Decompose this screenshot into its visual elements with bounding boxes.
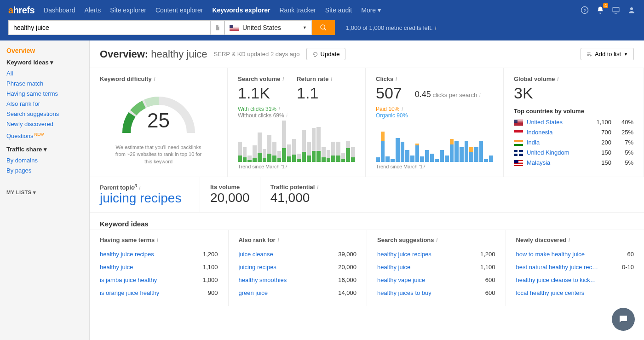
idea-keyword[interactable]: local healthy juice centers [516, 287, 585, 300]
kd-label: Keyword difficulty i [100, 75, 217, 82]
idea-keyword[interactable]: juicing recipes [239, 261, 276, 274]
nav-item[interactable]: Dashboard [44, 6, 75, 14]
idea-keyword[interactable]: healthy smoothies [239, 274, 287, 287]
return-value: 1.1 [297, 84, 332, 102]
sidebar-ideas-title[interactable]: Keyword ideas ▾ [6, 59, 89, 66]
country-name[interactable]: Malaysia [527, 158, 585, 168]
add-to-list-button[interactable]: Add to list ▼ [581, 48, 634, 60]
sidebar-overview[interactable]: Overview [6, 47, 89, 54]
nav-item[interactable]: Alerts [85, 6, 101, 14]
updated-text: SERP & KD updated 2 days ago [214, 51, 300, 58]
country-name[interactable]: India [527, 138, 585, 148]
its-volume-value: 20,000 [210, 190, 250, 205]
sidebar-item[interactable]: Phrase match [6, 79, 89, 89]
parent-topic-row: Parent topicβ i juicing recipes Its volu… [90, 177, 644, 213]
svg-point-4 [321, 25, 325, 29]
idea-keyword[interactable]: healthy juice recipes [100, 248, 154, 261]
nav-item[interactable]: Rank tracker [280, 6, 316, 14]
traffic-potential-value: 41,000 [270, 190, 318, 205]
idea-keyword[interactable]: is jamba juice healthy [100, 274, 157, 287]
return-label: Return rate i [297, 75, 332, 82]
country-name[interactable]: Indonesia [527, 127, 585, 138]
sidebar-item[interactable]: QuestionsNEW [6, 129, 89, 141]
parent-topic-value[interactable]: juicing recipes [100, 191, 190, 206]
idea-volume: 1,200 [203, 248, 218, 261]
sidebar: Overview Keyword ideas ▾ AllPhrase match… [0, 40, 90, 340]
idea-row: healthy juice cleanse to kick… [516, 274, 634, 287]
help-icon[interactable]: ? [581, 6, 589, 14]
its-volume-label: Its volume [210, 184, 250, 190]
chat-icon[interactable] [612, 308, 635, 331]
idea-keyword[interactable]: healthy juice [100, 261, 133, 274]
idea-volume: 39,000 [338, 248, 356, 261]
idea-keyword[interactable]: healthy juice recipes [377, 248, 431, 261]
idea-keyword[interactable]: healthy vape juice [377, 274, 425, 287]
sidebar-item[interactable]: By domains [6, 156, 89, 166]
nav-item[interactable]: Keywords explorer [212, 6, 270, 14]
sidebar-item[interactable]: Search suggestions [6, 109, 89, 119]
nav-item[interactable]: Site explorer [110, 6, 146, 14]
idea-keyword[interactable]: how to make healthy juice [516, 248, 585, 261]
nav-items: DashboardAlertsSite explorerContent expl… [44, 6, 381, 14]
idea-row: healthy smoothies16,000 [239, 274, 357, 287]
sidebar-traffic-title[interactable]: Traffic share ▾ [6, 146, 89, 153]
country-select[interactable]: United States ▼ [224, 20, 312, 35]
keyword-difficulty-card: Keyword difficulty i 25 We estimate that… [90, 68, 228, 177]
main-content: Overview: healthy juice SERP & KD update… [90, 40, 644, 340]
flag-us-icon [230, 25, 239, 31]
idea-row: healthy juices to buy600 [377, 287, 495, 300]
idea-volume: 1,100 [203, 261, 218, 274]
user-icon[interactable] [627, 6, 636, 14]
idea-column: Also rank for ijuice cleanse39,000juicin… [229, 230, 368, 306]
file-icon[interactable] [211, 20, 224, 35]
idea-column-head: Also rank for i [239, 236, 357, 243]
clicks-trend-chart [376, 125, 493, 162]
idea-keyword[interactable]: is orange juice healthy [100, 287, 159, 300]
idea-keyword[interactable]: green juice [239, 287, 268, 300]
idea-keyword[interactable]: healthy juices to buy [377, 287, 431, 300]
search-row: United States ▼ 1,000 of 1,000 metric cr… [0, 20, 644, 40]
flag-icon [514, 130, 523, 136]
sidebar-item[interactable]: Also rank for [6, 99, 89, 109]
keyword-input[interactable] [8, 20, 211, 35]
nav-item[interactable]: Content explorer [155, 6, 203, 14]
clicks-value: 507 [376, 84, 402, 102]
sidebar-item[interactable]: Having same terms [6, 89, 89, 99]
sidebar-item[interactable]: All [6, 69, 89, 79]
nav-item[interactable]: More ▾ [361, 6, 381, 14]
idea-keyword[interactable]: juice cleanse [239, 248, 273, 261]
sidebar-item[interactable]: Newly discovered [6, 119, 89, 129]
idea-keyword[interactable]: healthy juice [377, 261, 410, 274]
idea-keyword[interactable]: best natural healthy juice rec… [516, 261, 598, 274]
logo[interactable]: ahrefs [8, 5, 34, 16]
sidebar-item[interactable]: By pages [6, 166, 89, 176]
traffic-potential-label: Traffic potential i [270, 184, 318, 190]
volume-label: Search volume i [238, 75, 284, 82]
idea-volume: 1,100 [480, 261, 495, 274]
idea-volume: 60 [627, 248, 634, 261]
volume-card: Search volume i 1.1K Return rate i 1.1 W… [228, 68, 366, 177]
idea-row: local healthy juice centers [516, 287, 634, 300]
sidebar-my-lists[interactable]: MY LISTS ▾ [6, 190, 89, 196]
country-volume: 700 [588, 127, 611, 138]
country-row: United States1,10040% [514, 117, 633, 127]
country-name[interactable]: United Kingdom [527, 148, 585, 158]
search-button[interactable] [312, 20, 335, 35]
idea-row: how to make healthy juice60 [516, 248, 634, 261]
idea-volume: 1,200 [480, 248, 495, 261]
global-value: 3K [514, 84, 633, 102]
idea-volume: 20,000 [338, 261, 356, 274]
idea-column: Newly discovered ihow to make healthy ju… [506, 230, 644, 306]
flag-icon [514, 150, 523, 156]
update-button[interactable]: Update [306, 48, 346, 60]
screen-icon[interactable] [612, 6, 620, 14]
nav-item[interactable]: Site audit [325, 6, 352, 14]
cps-value: 0.45 [415, 90, 431, 99]
global-volume-card: Global volume i 3K Top countries by volu… [504, 68, 644, 177]
idea-keyword[interactable]: healthy juice cleanse to kick… [516, 274, 596, 287]
bell-icon[interactable]: 4 [596, 6, 604, 14]
flag-icon [514, 140, 523, 146]
country-volume: 1,100 [588, 117, 611, 127]
country-name[interactable]: United States [527, 117, 585, 127]
country-volume: 150 [588, 148, 611, 158]
